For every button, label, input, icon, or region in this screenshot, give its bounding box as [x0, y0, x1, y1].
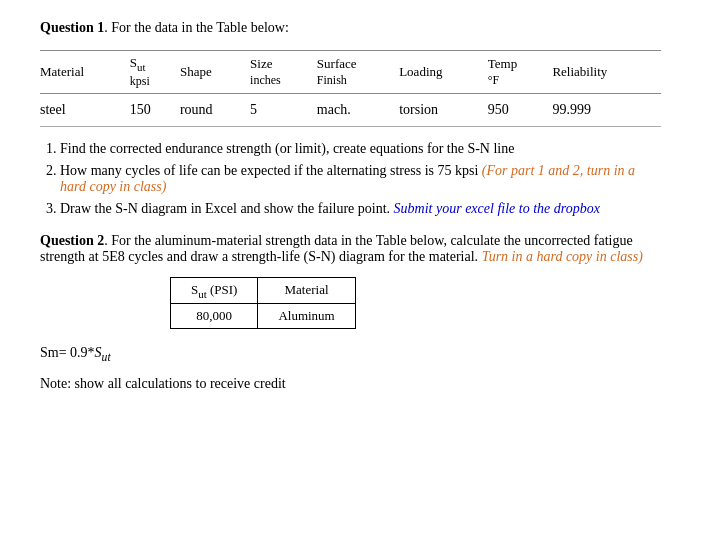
- q2-data-table: Sut (PSI) Material 80,000 Aluminum: [170, 277, 356, 330]
- q2-title-bold: Question 2: [40, 233, 104, 248]
- col-size: Sizeinches: [250, 51, 317, 94]
- instruction-1-text: Find the corrected endurance strength (o…: [60, 141, 514, 156]
- q2-intro: Question 2. For the aluminum-material st…: [40, 233, 661, 265]
- sm-line: Sm= 0.9*Sut: [40, 345, 661, 364]
- note-line: Note: show all calculations to receive c…: [40, 376, 661, 392]
- instruction-3-normal: Draw the S-N diagram in Excel and show t…: [60, 201, 394, 216]
- q2-block: Question 2. For the aluminum-material st…: [40, 233, 661, 392]
- col-sut: Sutkpsi: [130, 51, 180, 94]
- instruction-2-normal: How many cycles of life can be expected …: [60, 163, 482, 178]
- table-row: steel 150 round 5 mach. torsion 950 99.9…: [40, 93, 661, 126]
- q2-cell-sut: 80,000: [171, 304, 258, 329]
- cell-shape: round: [180, 93, 250, 126]
- q2-col-material: Material: [258, 277, 355, 304]
- cell-temp: 950: [488, 93, 553, 126]
- col-reliability: Reliability: [552, 51, 661, 94]
- q1-instructions: Find the corrected endurance strength (o…: [60, 141, 661, 217]
- q2-col-sut: Sut (PSI): [171, 277, 258, 304]
- cell-surface: mach.: [317, 93, 399, 126]
- cell-sut: 150: [130, 93, 180, 126]
- q2-cell-material: Aluminum: [258, 304, 355, 329]
- instruction-2: How many cycles of life can be expected …: [60, 163, 661, 195]
- q1-data-table: Material Sutkpsi Shape Sizeinches Surfac…: [40, 50, 661, 127]
- q1-title: Question 1. For the data in the Table be…: [40, 20, 661, 36]
- col-shape: Shape: [180, 51, 250, 94]
- q2-table-row: 80,000 Aluminum: [171, 304, 356, 329]
- instruction-3-blue: Submit your excel file to the dropbox: [394, 201, 600, 216]
- col-loading: Loading: [399, 51, 488, 94]
- col-material: Material: [40, 51, 130, 94]
- cell-size: 5: [250, 93, 317, 126]
- cell-material: steel: [40, 93, 130, 126]
- instruction-3: Draw the S-N diagram in Excel and show t…: [60, 201, 661, 217]
- cell-reliability: 99.999: [552, 93, 661, 126]
- instruction-1: Find the corrected endurance strength (o…: [60, 141, 661, 157]
- col-surface: SurfaceFinish: [317, 51, 399, 94]
- q2-title-orange: Turn in a hard copy in class): [482, 249, 643, 264]
- col-temp: Temp°F: [488, 51, 553, 94]
- cell-loading: torsion: [399, 93, 488, 126]
